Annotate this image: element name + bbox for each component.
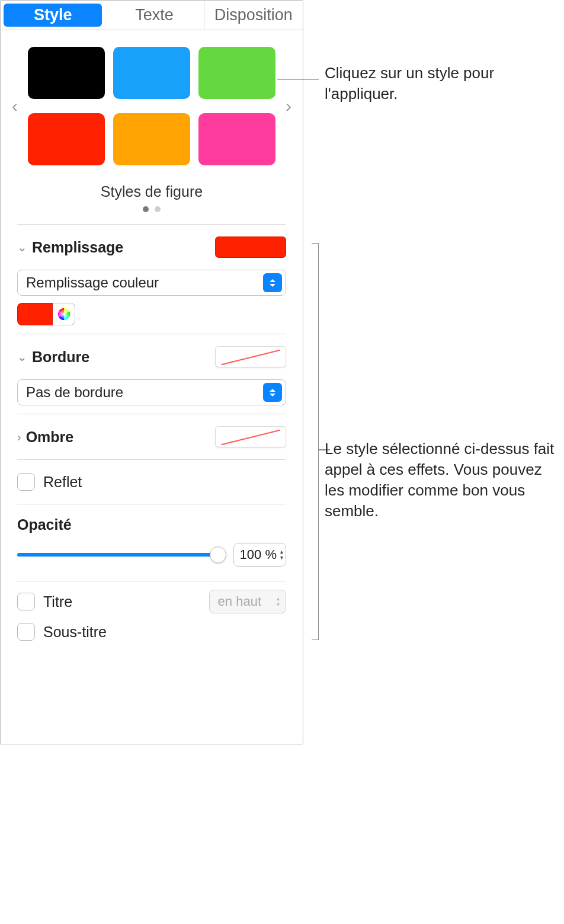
title-position-select[interactable]: en haut ▴▾ <box>209 590 286 613</box>
border-disclosure[interactable]: ⌄ Bordure <box>17 349 89 366</box>
callouts-region: Cliquez sur un style pour l'appliquer. L… <box>303 0 564 744</box>
style-swatch-green[interactable] <box>198 47 275 99</box>
title-section: Titre en haut ▴▾ Sous-titre <box>1 581 303 649</box>
inspector-tabs: Style Texte Disposition <box>1 1 303 30</box>
color-picker-button[interactable] <box>53 303 75 325</box>
reflection-label: Reflet <box>43 474 82 491</box>
stepper-down-icon[interactable]: ▾ <box>280 555 283 561</box>
border-type-value: Pas de bordure <box>26 384 123 401</box>
page-dot-1[interactable] <box>143 206 149 212</box>
opacity-stepper[interactable]: ▴ ▾ <box>280 549 283 561</box>
border-section: ⌄ Bordure Pas de bordure <box>1 334 303 414</box>
chevron-right-icon: › <box>17 430 21 444</box>
tab-layout[interactable]: Disposition <box>204 1 303 30</box>
border-type-select[interactable]: Pas de bordure <box>17 379 286 405</box>
shape-style-grid <box>24 47 279 165</box>
styles-next-arrow[interactable]: › <box>279 96 298 116</box>
page-dot-2[interactable] <box>155 206 161 212</box>
format-inspector-panel: Style Texte Disposition ‹ › Styles de fi… <box>0 0 303 744</box>
tab-style[interactable]: Style <box>4 4 102 27</box>
tab-text[interactable]: Texte <box>105 1 204 30</box>
style-swatch-black[interactable] <box>28 47 105 99</box>
border-color-well[interactable] <box>215 346 286 367</box>
shadow-section: › Ombre <box>1 414 303 459</box>
fill-color-well[interactable] <box>215 236 286 258</box>
style-swatch-pink[interactable] <box>198 113 275 165</box>
subtitle-checkbox[interactable] <box>17 623 35 641</box>
color-wheel-icon <box>57 307 71 321</box>
select-stepper-icon <box>263 273 282 292</box>
reflection-section: Reflet <box>1 460 303 504</box>
border-label: Bordure <box>32 349 89 366</box>
fill-color-controls <box>17 303 286 325</box>
shape-styles-caption: Styles de figure <box>5 183 298 200</box>
fill-disclosure[interactable]: ⌄ Remplissage <box>17 239 123 256</box>
title-position-value: en haut <box>218 594 261 609</box>
fill-color-chip[interactable] <box>17 303 53 325</box>
fill-type-select[interactable]: Remplissage couleur <box>17 270 286 296</box>
chevron-down-icon: ⌄ <box>17 240 27 254</box>
fill-label: Remplissage <box>32 239 123 256</box>
slider-thumb[interactable] <box>210 546 226 563</box>
callout-effects: Le style sélectionné ci-dessus fait appe… <box>325 439 564 522</box>
shape-styles-section: ‹ › Styles de figure <box>1 30 303 224</box>
callout-apply-style: Cliquez sur un style pour l'appliquer. <box>325 63 564 104</box>
select-stepper-icon <box>263 383 282 402</box>
select-stepper-icon: ▴▾ <box>277 596 280 608</box>
shadow-disclosure[interactable]: › Ombre <box>17 429 73 446</box>
shadow-label: Ombre <box>26 429 74 446</box>
style-swatch-blue[interactable] <box>113 47 190 99</box>
opacity-section: Opacité 100 % ▴ ▾ <box>1 504 303 581</box>
fill-section: ⌄ Remplissage Remplissage couleur <box>1 225 303 334</box>
subtitle-label: Sous-titre <box>43 624 107 641</box>
chevron-down-icon: ⌄ <box>17 350 27 364</box>
opacity-value-field[interactable]: 100 % ▴ ▾ <box>233 543 286 567</box>
opacity-slider[interactable] <box>17 548 223 562</box>
title-label: Titre <box>43 593 72 610</box>
style-page-dots <box>5 206 298 212</box>
title-checkbox[interactable] <box>17 593 35 610</box>
reflection-checkbox[interactable] <box>17 473 35 491</box>
fill-type-value: Remplissage couleur <box>26 274 159 291</box>
opacity-value-text: 100 % <box>240 547 277 562</box>
styles-prev-arrow[interactable]: ‹ <box>5 96 24 116</box>
opacity-label: Opacité <box>17 516 286 533</box>
shadow-color-well[interactable] <box>215 426 286 447</box>
svg-point-0 <box>58 308 70 320</box>
style-swatch-red[interactable] <box>28 113 105 165</box>
style-swatch-orange[interactable] <box>113 113 190 165</box>
effects-bracket <box>312 243 319 640</box>
